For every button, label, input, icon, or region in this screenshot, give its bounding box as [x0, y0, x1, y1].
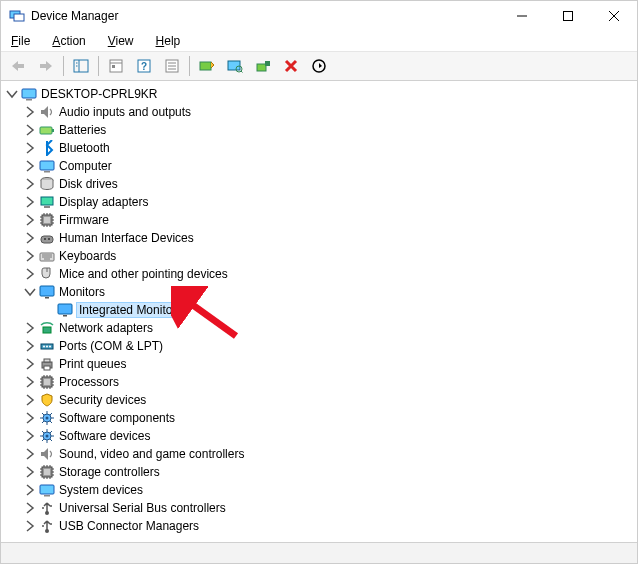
- chevron-right-icon[interactable]: [23, 249, 37, 263]
- app-icon: [9, 8, 25, 24]
- network-icon: [39, 320, 55, 336]
- device-tree[interactable]: DESKTOP-CPRL9KR Audio inputs and outputs…: [1, 81, 637, 542]
- disk-icon: [39, 176, 55, 192]
- display-icon: [39, 194, 55, 210]
- chevron-right-icon[interactable]: [23, 465, 37, 479]
- node-integrated-monitor[interactable]: Integrated Monitor: [5, 301, 637, 319]
- computer-icon: [39, 482, 55, 498]
- chevron-right-icon[interactable]: [23, 483, 37, 497]
- forward-button[interactable]: [33, 53, 59, 79]
- chevron-right-icon[interactable]: [23, 213, 37, 227]
- chevron-right-icon[interactable]: [23, 339, 37, 353]
- audio-icon: [39, 446, 55, 462]
- chevron-right-icon[interactable]: [23, 429, 37, 443]
- usb-icon: [39, 518, 55, 534]
- bluetooth-icon: [39, 140, 55, 156]
- node-storage[interactable]: Storage controllers: [5, 463, 637, 481]
- node-usbconn[interactable]: USB Connector Managers: [5, 517, 637, 535]
- chevron-right-icon[interactable]: [23, 411, 37, 425]
- menu-file[interactable]: File: [7, 33, 34, 49]
- svg-rect-48: [257, 64, 266, 71]
- node-sound[interactable]: Sound, video and game controllers: [5, 445, 637, 463]
- storage-icon: [39, 464, 55, 480]
- chevron-right-icon[interactable]: [23, 195, 37, 209]
- node-batteries[interactable]: Batteries: [5, 121, 637, 139]
- node-printq[interactable]: Print queues: [5, 355, 637, 373]
- minimize-button[interactable]: [499, 1, 545, 31]
- menu-help[interactable]: Help: [152, 33, 185, 49]
- node-computer[interactable]: Computer: [5, 157, 637, 175]
- chevron-right-icon[interactable]: [23, 357, 37, 371]
- node-firmware[interactable]: Firmware: [5, 211, 637, 229]
- node-ports[interactable]: Ports (COM & LPT): [5, 337, 637, 355]
- back-button[interactable]: [5, 53, 31, 79]
- node-monitors[interactable]: Monitors: [5, 283, 637, 301]
- chevron-right-icon[interactable]: [23, 141, 37, 155]
- node-security[interactable]: Security devices: [5, 391, 637, 409]
- chevron-right-icon[interactable]: [23, 231, 37, 245]
- chevron-right-icon[interactable]: [23, 519, 37, 533]
- svg-rect-44: [200, 62, 211, 70]
- monitor-icon: [39, 284, 55, 300]
- audio-icon: [39, 104, 55, 120]
- tree-root[interactable]: DESKTOP-CPRL9KR: [5, 85, 637, 103]
- uninstall-button[interactable]: [250, 53, 276, 79]
- chevron-right-icon[interactable]: [23, 321, 37, 335]
- node-hid[interactable]: Human Interface Devices: [5, 229, 637, 247]
- node-swcomp[interactable]: Software components: [5, 409, 637, 427]
- node-bluetooth[interactable]: Bluetooth: [5, 139, 637, 157]
- firmware-icon: [39, 212, 55, 228]
- svg-rect-28: [14, 14, 24, 21]
- update-driver-button[interactable]: [194, 53, 220, 79]
- maximize-button[interactable]: [545, 1, 591, 31]
- node-keyboards[interactable]: Keyboards: [5, 247, 637, 265]
- scan-monitor-button[interactable]: [222, 53, 248, 79]
- printer-icon: [39, 356, 55, 372]
- node-processors[interactable]: Processors: [5, 373, 637, 391]
- chevron-down-icon[interactable]: [5, 87, 19, 101]
- menubar: File Action View Help: [1, 31, 637, 52]
- chevron-down-icon[interactable]: [23, 285, 37, 299]
- node-system[interactable]: System devices: [5, 481, 637, 499]
- node-disk[interactable]: Disk drives: [5, 175, 637, 193]
- menu-view[interactable]: View: [104, 33, 138, 49]
- chevron-right-icon[interactable]: [23, 393, 37, 407]
- node-display[interactable]: Display adapters: [5, 193, 637, 211]
- chevron-right-icon[interactable]: [23, 123, 37, 137]
- node-usb[interactable]: Universal Serial Bus controllers: [5, 499, 637, 517]
- node-mice[interactable]: Mice and other pointing devices: [5, 265, 637, 283]
- svg-rect-30: [564, 12, 573, 21]
- mouse-icon: [39, 266, 55, 282]
- status-bar: [1, 542, 637, 563]
- node-audio[interactable]: Audio inputs and outputs: [5, 103, 637, 121]
- computer-icon: [39, 158, 55, 174]
- disable-button[interactable]: [278, 53, 304, 79]
- port-icon: [39, 338, 55, 354]
- node-network[interactable]: Network adapters: [5, 319, 637, 337]
- hid-icon: [39, 230, 55, 246]
- svg-text:?: ?: [141, 61, 147, 72]
- chevron-right-icon[interactable]: [23, 177, 37, 191]
- scan-changes-button[interactable]: [306, 53, 332, 79]
- chevron-right-icon[interactable]: [23, 105, 37, 119]
- window-title: Device Manager: [31, 9, 499, 23]
- help-button[interactable]: ?: [131, 53, 157, 79]
- root-label: DESKTOP-CPRL9KR: [41, 87, 157, 101]
- gear-icon: [39, 410, 55, 426]
- svg-rect-37: [112, 65, 115, 68]
- chevron-right-icon[interactable]: [23, 267, 37, 281]
- show-hide-tree-button[interactable]: [68, 53, 94, 79]
- properties-button[interactable]: [103, 53, 129, 79]
- usb-icon: [39, 500, 55, 516]
- monitor-icon: [57, 302, 73, 318]
- battery-icon: [39, 122, 55, 138]
- options-button[interactable]: [159, 53, 185, 79]
- close-button[interactable]: [591, 1, 637, 31]
- chevron-right-icon[interactable]: [23, 501, 37, 515]
- chevron-right-icon[interactable]: [23, 375, 37, 389]
- chevron-right-icon[interactable]: [23, 447, 37, 461]
- node-swdev[interactable]: Software devices: [5, 427, 637, 445]
- chevron-right-icon[interactable]: [23, 159, 37, 173]
- svg-rect-49: [265, 61, 270, 66]
- menu-action[interactable]: Action: [48, 33, 89, 49]
